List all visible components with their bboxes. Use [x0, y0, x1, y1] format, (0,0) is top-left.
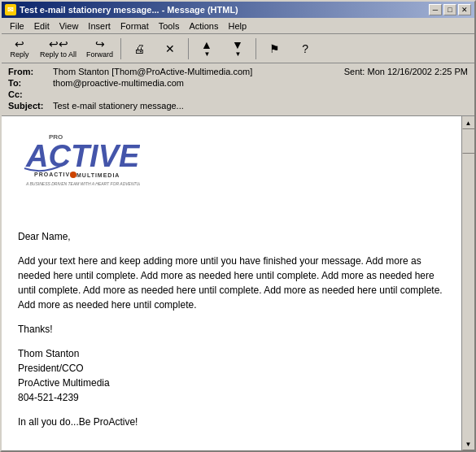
cc-row: Cc:: [8, 89, 468, 99]
menu-edit[interactable]: Edit: [29, 20, 55, 33]
menu-file[interactable]: File: [5, 20, 29, 33]
subject-value: Test e-mail stationery message...: [53, 101, 468, 111]
logo-area: PRO ACTIVE PROACTIVE MULTIMEDIA A BUSINE…: [2, 116, 461, 200]
scrollbar[interactable]: ▲ ▼: [461, 116, 474, 450]
reply-all-button[interactable]: ↩↩ Reply to All: [36, 37, 81, 61]
category-icon: ▼: [232, 39, 243, 50]
delete-button[interactable]: ✕: [155, 37, 185, 61]
sent-row: Sent: Mon 12/16/2002 2:25 PM: [344, 67, 468, 76]
closing: In all you do...Be ProActive!: [18, 415, 445, 429]
to-row: To: thom@proactive-multimedia.com: [8, 78, 468, 88]
sent-value: Mon 12/16/2002 2:25 PM: [367, 67, 468, 76]
flag-button[interactable]: ⚑: [260, 37, 289, 61]
app-icon: ✉: [5, 4, 16, 15]
to-value: thom@proactive-multimedia.com: [53, 78, 468, 88]
from-value: Thom Stanton [Thom@ProActive-Multimedia.…: [53, 67, 344, 76]
to-label: To:: [8, 78, 53, 88]
greeting: Dear Name,: [18, 229, 445, 244]
print-button[interactable]: 🖨: [124, 37, 154, 61]
svg-text:MULTIMEDIA: MULTIMEDIA: [76, 172, 120, 178]
content-area: PRO ACTIVE PROACTIVE MULTIMEDIA A BUSINE…: [2, 116, 474, 450]
sig-phone: 804-521-4239: [18, 392, 79, 403]
category-dropdown-arrow: ▼: [235, 50, 242, 58]
thanks: Thanks!: [18, 322, 445, 337]
title-bar-controls: ─ □ ✕: [429, 4, 471, 15]
move-icon: ▲: [201, 39, 212, 50]
sig-title: President/CCO: [18, 363, 84, 374]
scroll-track[interactable]: [462, 129, 475, 437]
menu-format[interactable]: Format: [116, 20, 154, 33]
move-dropdown-arrow: ▼: [204, 50, 211, 58]
scroll-up-button[interactable]: ▲: [462, 116, 475, 129]
svg-text:A BUSINESS DRIVEN TEAM WITH A : A BUSINESS DRIVEN TEAM WITH A HEART FOR …: [25, 181, 140, 186]
svg-point-3: [70, 172, 76, 178]
window-title: Test e-mail stationery message... - Mess…: [20, 5, 238, 15]
delete-icon: ✕: [165, 43, 175, 54]
signature: Thom Stanton President/CCO ProActive Mul…: [18, 346, 445, 405]
maximize-button[interactable]: □: [443, 4, 456, 15]
separator-2: [188, 38, 189, 59]
email-header: From: Thom Stanton [Thom@ProActive-Multi…: [2, 63, 474, 116]
from-row: From: Thom Stanton [Thom@ProActive-Multi…: [8, 67, 468, 76]
email-body-text: Dear Name, Add your text here and keep a…: [18, 229, 445, 429]
scroll-down-button[interactable]: ▼: [462, 437, 475, 450]
email-content: Dear Name, Add your text here and keep a…: [2, 216, 461, 450]
menu-bar: File Edit View Insert Format Tools Actio…: [2, 18, 474, 34]
svg-text:ACTIVE: ACTIVE: [25, 139, 140, 173]
close-button[interactable]: ✕: [458, 4, 471, 15]
reply-label: Reply: [10, 50, 28, 59]
separator-3: [255, 38, 256, 59]
move-button[interactable]: ▲ ▼: [192, 37, 221, 61]
forward-label: Forward: [86, 50, 113, 59]
find-button[interactable]: ?: [290, 37, 320, 61]
reply-button[interactable]: ↩ Reply: [5, 37, 34, 61]
menu-help[interactable]: Help: [223, 20, 251, 33]
title-bar-left: ✉ Test e-mail stationery message... - Me…: [5, 4, 238, 15]
cc-label: Cc:: [8, 89, 53, 99]
reply-all-icon: ↩↩: [49, 38, 68, 50]
svg-text:PROACTIVE: PROACTIVE: [34, 172, 75, 177]
forward-button[interactable]: ↪ Forward: [82, 37, 117, 61]
menu-view[interactable]: View: [55, 20, 84, 33]
sig-name: Thom Stanton: [18, 348, 79, 359]
forward-icon: ↪: [95, 38, 105, 50]
category-button[interactable]: ▼ ▼: [223, 37, 252, 61]
main-window: ✉ Test e-mail stationery message... - Me…: [0, 0, 476, 452]
separator-1: [120, 38, 121, 59]
subject-row: Subject: Test e-mail stationery message.…: [8, 101, 468, 111]
toolbar: ↩ Reply ↩↩ Reply to All ↪ Forward 🖨 ✕ ▲ …: [2, 34, 474, 63]
reply-icon: ↩: [15, 38, 24, 50]
find-icon: ?: [302, 43, 308, 54]
menu-tools[interactable]: Tools: [154, 20, 185, 33]
subject-label: Subject:: [8, 101, 53, 111]
print-icon: 🖨: [133, 43, 145, 54]
company-logo: PRO ACTIVE PROACTIVE MULTIMEDIA A BUSINE…: [10, 124, 140, 189]
flag-icon: ⚑: [269, 43, 280, 54]
scroll-thumb[interactable]: [462, 129, 475, 154]
sig-company: ProActive Multimedia: [18, 377, 110, 389]
menu-insert[interactable]: Insert: [83, 20, 116, 33]
sent-label: Sent:: [344, 67, 365, 76]
menu-actions[interactable]: Actions: [184, 20, 223, 33]
title-bar: ✉ Test e-mail stationery message... - Me…: [2, 2, 474, 18]
minimize-button[interactable]: ─: [429, 4, 442, 15]
reply-all-label: Reply to All: [40, 50, 76, 59]
email-body: PRO ACTIVE PROACTIVE MULTIMEDIA A BUSINE…: [2, 116, 461, 450]
body-paragraph: Add your text here and keep adding more …: [18, 254, 445, 312]
from-label: From:: [8, 67, 53, 76]
